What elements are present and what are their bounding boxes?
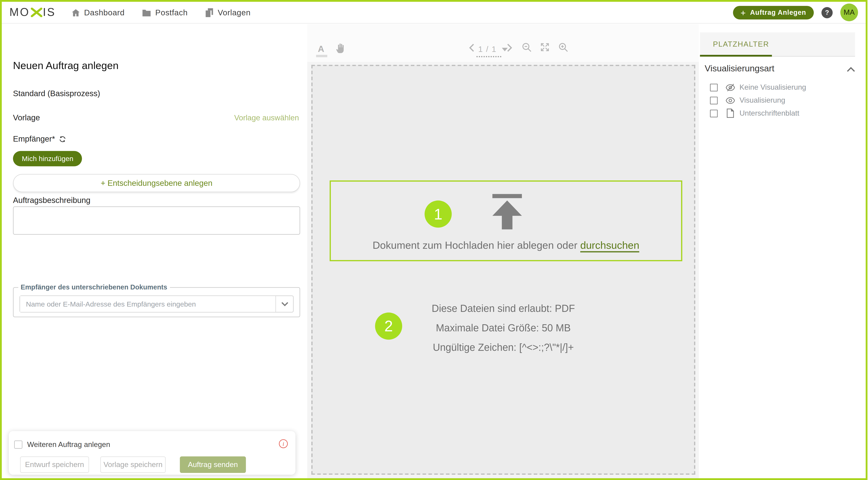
description-label: Auftragsbeschreibung bbox=[13, 196, 90, 205]
app-window: MO IS Dashboard Postfach Vorlagen bbox=[0, 0, 867, 480]
eye-off-icon bbox=[725, 83, 735, 92]
rule-filetype: Diese Dateien sind erlaubt: PDF bbox=[312, 299, 694, 318]
save-draft-button[interactable]: Entwurf speichern bbox=[20, 456, 89, 473]
recipient-input-group bbox=[20, 295, 293, 313]
create-order-button[interactable]: + Auftrag Anlegen bbox=[733, 5, 814, 19]
avatar[interactable]: MA bbox=[840, 4, 858, 21]
chevron-down-icon bbox=[281, 302, 288, 307]
placeholder-panel: PLATZHALTER Visualisierungsart Keine Vis… bbox=[700, 24, 866, 478]
rule-characters: Ungültige Zeichen: [^<>:;?\"*|/]+ bbox=[312, 338, 694, 357]
option-unterschriftenblatt: Unterschriftenblatt bbox=[700, 107, 799, 119]
moxis-logo[interactable]: MO IS bbox=[9, 6, 56, 19]
description-textarea[interactable] bbox=[13, 206, 300, 235]
create-order-label: Auftrag Anlegen bbox=[750, 9, 806, 16]
recipient-dropdown-button[interactable] bbox=[275, 296, 293, 312]
viewer-toolbar: A 1 / 1 bbox=[307, 24, 699, 62]
option-visualisierung: Visualisierung bbox=[700, 94, 785, 106]
zoom-in-icon bbox=[558, 42, 568, 53]
zoom-out-button[interactable] bbox=[522, 42, 532, 55]
page-indicator-underline bbox=[476, 56, 501, 57]
zoom-out-icon bbox=[522, 42, 532, 53]
upload-dropzone[interactable]: 1 Dokument zum Hochladen hier ablegen od… bbox=[311, 65, 695, 475]
text-tool-underline bbox=[316, 55, 327, 57]
top-bar: MO IS Dashboard Postfach Vorlagen bbox=[2, 2, 866, 24]
upload-rules: Diese Dateien sind erlaubt: PDF Maximale… bbox=[312, 299, 694, 357]
zoom-in-button[interactable] bbox=[558, 42, 568, 55]
logo-text-is: IS bbox=[43, 6, 56, 19]
folder-icon bbox=[143, 8, 151, 16]
another-order-label: Weiteren Auftrag anlegen bbox=[27, 441, 110, 449]
header-actions: + Auftrag Anlegen ? MA bbox=[733, 4, 858, 21]
save-template-button[interactable]: Vorlage speichern bbox=[100, 456, 166, 473]
nav-postfach[interactable]: Postfach bbox=[143, 8, 188, 17]
info-icon[interactable]: i bbox=[279, 439, 288, 448]
visualisierung-checkbox[interactable] bbox=[710, 96, 718, 104]
fullscreen-button[interactable] bbox=[540, 42, 550, 54]
process-type-label: Standard (Basisprozess) bbox=[13, 89, 100, 98]
logo-x-icon bbox=[30, 8, 42, 17]
templates-icon bbox=[205, 8, 214, 17]
main-nav: Dashboard Postfach Vorlagen bbox=[71, 8, 251, 17]
add-me-button[interactable]: Mich hinzufügen bbox=[13, 151, 82, 166]
chevron-up-icon bbox=[847, 67, 855, 72]
step-badge-1: 1 bbox=[425, 200, 452, 228]
empfaenger-label-text: Empfänger* bbox=[13, 134, 55, 143]
add-decision-level-button[interactable]: + Entscheidungsebene anlegen bbox=[13, 174, 300, 192]
option-label: Unterschriftenblatt bbox=[739, 109, 799, 118]
recipient-legend: Empfänger des unterschriebenen Dokuments bbox=[18, 284, 169, 291]
vorlage-auswaehlen-link[interactable]: Vorlage auswählen bbox=[234, 113, 299, 122]
option-label: Visualisierung bbox=[739, 96, 785, 104]
form-footer-card: Weiteren Auftrag anlegen i Entwurf speic… bbox=[9, 431, 296, 475]
drop-instruction: Dokument zum Hochladen hier ablegen oder… bbox=[331, 239, 681, 252]
vorlage-label: Vorlage bbox=[13, 113, 40, 122]
another-order-checkbox[interactable] bbox=[14, 441, 23, 449]
eye-icon bbox=[725, 96, 735, 105]
sync-icon[interactable] bbox=[59, 135, 67, 143]
document-viewer: A 1 / 1 bbox=[307, 24, 699, 478]
recipient-fieldset: Empfänger des unterschriebenen Dokuments bbox=[13, 284, 300, 317]
nav-dashboard-label: Dashboard bbox=[84, 8, 125, 17]
rule-filesize: Maximale Datei Größe: 50 MB bbox=[312, 318, 694, 338]
keine-visualisierung-checkbox[interactable] bbox=[710, 84, 718, 91]
prev-page-button[interactable] bbox=[469, 44, 475, 54]
page-title: Neuen Auftrag anlegen bbox=[13, 60, 119, 72]
chevron-right-icon bbox=[506, 44, 513, 52]
logo-text-mo: MO bbox=[9, 6, 30, 19]
plus-icon: + bbox=[741, 8, 746, 17]
hand-icon bbox=[336, 42, 346, 54]
option-keine-visualisierung: Keine Visualisierung bbox=[700, 82, 806, 93]
visualization-section-title: Visualisierungsart bbox=[705, 63, 774, 73]
collapse-section-button[interactable] bbox=[847, 64, 855, 74]
recipient-input[interactable] bbox=[20, 296, 275, 312]
panel-tabstrip: PLATZHALTER bbox=[700, 32, 855, 57]
nav-postfach-label: Postfach bbox=[155, 8, 188, 17]
page-indicator[interactable]: 1 / 1 bbox=[478, 45, 497, 54]
nav-vorlagen-label: Vorlagen bbox=[218, 8, 251, 17]
text-annotation-tool[interactable]: A bbox=[318, 44, 324, 54]
browse-link[interactable]: durchsuchen bbox=[580, 239, 640, 253]
next-page-button[interactable] bbox=[506, 44, 513, 54]
upload-target-box[interactable]: 1 Dokument zum Hochladen hier ablegen od… bbox=[330, 181, 682, 261]
order-form-panel: Neuen Auftrag anlegen Standard (Basispro… bbox=[2, 24, 307, 478]
empfaenger-label: Empfänger* bbox=[13, 134, 67, 143]
active-tab-indicator bbox=[700, 55, 772, 57]
unterschriftenblatt-checkbox[interactable] bbox=[710, 109, 718, 117]
option-label: Keine Visualisierung bbox=[739, 83, 806, 91]
nav-dashboard[interactable]: Dashboard bbox=[71, 8, 125, 17]
chevron-left-icon bbox=[469, 44, 475, 52]
document-icon bbox=[725, 108, 735, 118]
home-icon bbox=[71, 8, 80, 17]
nav-vorlagen[interactable]: Vorlagen bbox=[205, 8, 251, 17]
help-button[interactable]: ? bbox=[822, 7, 833, 18]
send-order-button[interactable]: Auftrag senden bbox=[180, 456, 246, 473]
pan-tool[interactable] bbox=[336, 42, 346, 56]
document-canvas-area: 1 Dokument zum Hochladen hier ablegen od… bbox=[307, 62, 699, 478]
expand-icon bbox=[540, 42, 550, 52]
drop-instruction-text: Dokument zum Hochladen hier ablegen oder bbox=[373, 239, 580, 251]
tab-platzhalter[interactable]: PLATZHALTER bbox=[713, 32, 769, 56]
